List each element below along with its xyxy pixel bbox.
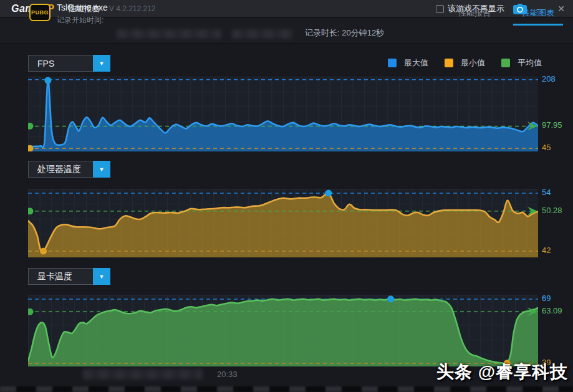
hide-game-checkbox[interactable] xyxy=(436,5,444,13)
record-start-label: 记录开始时间: xyxy=(57,15,104,26)
version-label: V 4.2.212.212 xyxy=(109,4,156,13)
fps-chart-plot[interactable] xyxy=(28,77,538,151)
pubg-game-icon: PUBG xyxy=(29,4,51,21)
tab-performance-chart[interactable]: 性能图表 xyxy=(518,0,558,26)
tab-performance-report[interactable]: 性能报告 xyxy=(455,0,494,26)
legend-label-max: 最大值 xyxy=(404,57,428,69)
cpu-temp-avg-value: 50.28 xyxy=(542,206,562,215)
chevron-down-icon[interactable]: ▼ xyxy=(93,268,110,285)
fps-min-value: 45 xyxy=(542,143,551,152)
metric-dropdown-cpu-temp[interactable]: 处理器温度 ▼ xyxy=(28,161,110,178)
legend-item-max: 最大值 xyxy=(388,57,428,69)
metric-dropdown-gpu-temp-value: 显卡温度 xyxy=(29,271,93,282)
metric-dropdown-fps-value: FPS xyxy=(29,59,93,69)
time-axis-tick: 20:33 xyxy=(217,370,238,379)
gpu-temp-chart-plot[interactable] xyxy=(28,295,538,366)
process-name: TslGame.exe xyxy=(57,2,108,12)
chevron-down-icon[interactable]: ▼ xyxy=(93,161,110,178)
legend-swatch-min xyxy=(445,59,453,67)
metric-dropdown-gpu-temp[interactable]: 显卡温度 ▼ xyxy=(28,268,110,285)
gpu-temp-max-value: 69 xyxy=(542,294,551,303)
watermark-text: 头条 @睿享科技 xyxy=(436,360,568,384)
legend-item-avg: 平均值 xyxy=(501,57,542,69)
legend-label-min: 最小值 xyxy=(461,57,485,69)
chevron-down-icon[interactable]: ▼ xyxy=(93,55,110,72)
fps-max-value: 208 xyxy=(542,74,556,84)
cpu-temp-chart-plot[interactable] xyxy=(28,189,538,257)
metric-dropdown-cpu-temp-value: 处理器温度 xyxy=(29,164,93,175)
legend-swatch-avg xyxy=(501,59,510,67)
legend-item-min: 最小值 xyxy=(445,57,485,69)
gamepp-window: GamePP 性能报告 V 4.2.212.212 该游戏不再显示 — ✕ PU… xyxy=(0,0,573,392)
header-tabs: 性能报告 性能图表 xyxy=(455,0,558,26)
redacted-start-time xyxy=(117,29,221,39)
metric-dropdown-fps[interactable]: FPS ▼ xyxy=(28,55,110,72)
legend-label-avg: 平均值 xyxy=(518,57,542,69)
gpu-temp-avg-value: 63.09 xyxy=(542,306,562,315)
chart-legend: 最大值 最小值 平均值 xyxy=(388,57,542,69)
pubg-icon-text: PUBG xyxy=(31,9,49,16)
legend-swatch-max xyxy=(388,59,397,67)
fps-avg-value: 97.95 xyxy=(542,120,562,130)
cpu-temp-max-value: 54 xyxy=(542,188,551,197)
record-duration-label: 记录时长: 20分钟12秒 xyxy=(305,27,384,39)
redacted-bottom-strip xyxy=(0,386,573,392)
redacted-text xyxy=(232,29,293,39)
redacted-time-tick xyxy=(83,369,203,380)
cpu-temp-min-value: 42 xyxy=(542,246,551,255)
